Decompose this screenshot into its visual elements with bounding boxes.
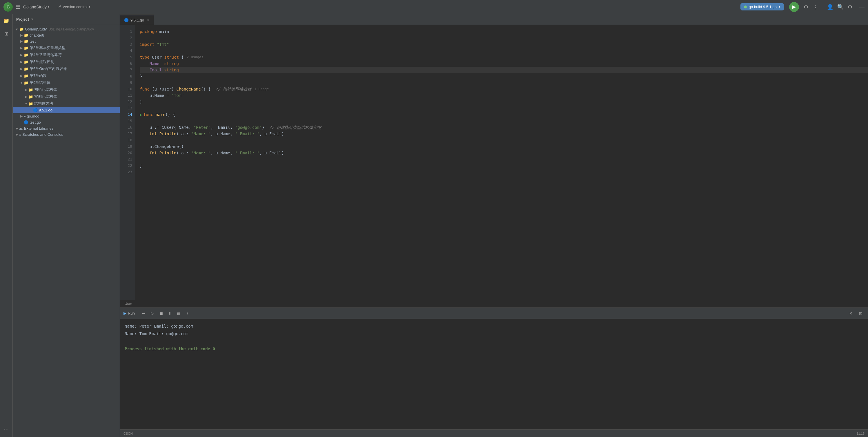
tree-item-example-struct[interactable]: ▶ 📁 实例化结构体 [13,93,120,100]
search-icon[interactable]: 🔍 [837,4,844,10]
tree-item-init-struct[interactable]: ▶ 📁 初始化结构体 [13,86,120,93]
line-num-14: 14 [120,111,135,118]
stop-button[interactable]: ⏹ [157,310,165,317]
run-config-arrow: ▾ [779,5,780,9]
line-num-21: 21 [120,156,135,163]
ch4-label: 第4章常量与运算符 [30,52,62,57]
tree-item-ch6[interactable]: ▶ 📁 第6章Go语言内置容器 [13,65,120,72]
ch9-folder-icon: 📁 [24,81,28,85]
code-line-18 [140,137,868,143]
code-line-20: fmt.Println( a…: "Name: ", u.Name, " Ema… [140,150,868,156]
run-config-button[interactable]: go build 9.5.1.go ▾ [740,3,784,10]
tree-item-testgo[interactable]: 🔵 test.go [13,119,120,125]
code-line-21 [140,156,868,163]
code-line-10: func (u *User) ChangeName() { // 指针类型接收者… [140,86,868,92]
settings-icon[interactable]: ⚙ [848,4,852,10]
status-time: 11:15 [857,432,865,435]
tree-root[interactable]: ▼ 📁 GolangStudy D:\DingJiaxiong\GolangSt… [13,26,120,32]
ch4-chevron: ▶ [19,53,24,57]
init-struct-label: 初始化结构体 [34,87,57,92]
ch7-folder-icon: 📁 [24,74,28,78]
ch7-label: 第7章函数 [30,73,47,78]
line-num-11: 11 [120,92,135,99]
root-folder-icon: 📁 [19,27,24,31]
clear-button[interactable]: 🗑 [175,310,182,317]
chapter8-label: chapter8 [30,33,44,37]
status-cson: CSON [124,432,133,435]
line-num-17: 17 [120,130,135,137]
tree-item-ch5[interactable]: ▶ 📁 第5章流程控制 [13,58,120,65]
more-tools-icon[interactable]: ⋯ [2,424,11,434]
sidebar-header-label: Project [16,17,29,22]
code-line-14: ▶func main() { [140,111,868,118]
struct-method-chevron: ▼ [24,102,28,105]
ch3-chevron: ▶ [19,46,24,50]
code-line-11: u.Name = "Tom" [140,92,868,99]
line-num-8: 8 [120,73,135,80]
tab-close-button[interactable]: ✕ [147,18,150,22]
editor-tab-951[interactable]: 🔵 9.5.1.go ✕ [120,15,154,25]
run-tab[interactable]: ▶ Run [124,311,135,315]
user-icon[interactable]: 👤 [827,4,833,10]
project-dropdown[interactable]: GolangStudy ▾ [23,5,50,9]
console-line-2: Name: Tom Email: go@go.com [125,330,863,338]
console-output: Name: Peter Email: go@go.com Name: Tom E… [120,319,868,430]
ch4-folder-icon: 📁 [24,53,28,57]
panel-expand-button[interactable]: ⊡ [857,310,865,317]
code-line-12: } [140,99,868,105]
code-line-15 [140,118,868,124]
play-button[interactable]: ▶ [789,2,799,12]
gomod-chevron: ▶ [19,114,24,118]
chapter8-chevron: ▶ [19,33,24,37]
version-control-arrow: ▾ [89,5,90,9]
rerun-button[interactable]: ↩ [140,310,148,317]
console-line-3 [125,338,863,345]
ch6-folder-icon: 📁 [24,67,28,71]
tree-item-chapter8[interactable]: ▶ 📁 chapter8 [13,32,120,38]
tree-item-ch4[interactable]: ▶ 📁 第4章常量与运算符 [13,51,120,58]
line-num-16: 16 [120,124,135,130]
tree-item-gomod[interactable]: ▶ ≡ go.mod [13,113,120,119]
tab-file-icon: 🔵 [124,18,129,22]
root-chevron-down: ▼ [14,28,19,31]
ch3-folder-icon: 📁 [24,46,28,50]
ch5-folder-icon: 📁 [24,60,28,64]
ch7-chevron: ▶ [19,74,24,78]
sidebar-header[interactable]: Project ▾ [13,14,120,25]
ch5-chevron: ▶ [19,60,24,64]
tree-item-ch7[interactable]: ▶ 📁 第7章函数 [13,72,120,79]
code-line-16: u := &User{ Name: "Peter", Email: "go@go… [140,124,868,130]
tree-item-ch3[interactable]: ▶ 📁 第3章基本变量与类型 [13,45,120,51]
scroll-to-end-button[interactable]: ⬇ [166,310,174,317]
init-struct-folder-icon: 📁 [28,88,33,92]
more-panel-options[interactable]: ⋮ [184,310,191,317]
tree-item-extlibs[interactable]: ▶ 🏛 External Libraries [13,125,120,132]
project-tree: ▼ 📁 GolangStudy D:\DingJiaxiong\GolangSt… [13,25,120,437]
code-area[interactable]: package main import "fmt" type User stru… [135,25,868,300]
hamburger-menu[interactable]: ☰ [16,4,20,10]
bookmarks-icon[interactable]: ⊞ [2,29,11,38]
tree-item-ch9[interactable]: ▼ 📁 第9章结构体 [13,79,120,86]
chapter8-folder-icon: 📁 [24,33,28,37]
example-struct-folder-icon: 📁 [28,95,33,99]
tree-item-scratches[interactable]: ▶ ≡ Scratches and Consoles [13,132,120,138]
code-line-6: Name string [140,60,868,67]
version-control-dropdown[interactable]: ⎇ Version control ▾ [57,5,90,9]
tree-item-951go[interactable]: 🔵 9.5.1.go [13,107,120,113]
more-options-icon[interactable]: ⋮ [813,4,818,10]
gomod-label: go.mod [27,114,39,118]
line-num-10: 10 [120,86,135,92]
minimize-button[interactable]: — [859,4,865,10]
tab-label: 9.5.1.go [130,18,144,22]
line-num-6: 6 [120,60,135,67]
ch5-label: 第5章流程控制 [30,59,54,64]
run-settings-icon[interactable]: ⚙ [804,4,808,10]
line-num-13: 13 [120,105,135,111]
folder-icon[interactable]: 📁 [2,16,11,26]
resume-button[interactable]: ▷ [149,310,156,317]
close-panel-button[interactable]: ✕ [847,310,855,317]
line-num-23: 23 [120,169,135,175]
tree-item-struct-method[interactable]: ▼ 📁 结构体方法 [13,100,120,107]
tree-item-test[interactable]: ▶ 📁 test [13,38,120,45]
code-line-5: type User struct {2 usages [140,54,868,60]
